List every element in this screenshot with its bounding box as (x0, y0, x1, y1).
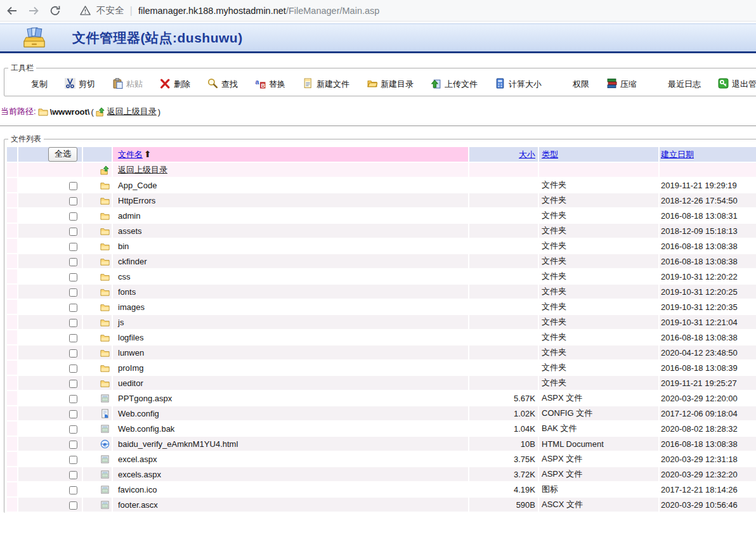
row-checkbox[interactable] (69, 334, 77, 342)
folder-icon-cell (83, 224, 112, 238)
row-checkbox[interactable] (69, 486, 77, 494)
row-checkbox[interactable] (69, 197, 77, 205)
parent-directory-link[interactable]: 返回上级目录 (107, 106, 157, 117)
table-row: baidu_verify_eAmknM1YU4.html 10B HTML Do… (7, 437, 756, 451)
toolbar-button-exit[interactable]: 退出管理 (718, 78, 756, 91)
parent-directory-row-link[interactable]: 返回上级目录 (118, 165, 167, 174)
folder-icon-cell (83, 285, 112, 299)
toolbar-button-recent-log[interactable]: 最近日志 (654, 78, 701, 91)
sort-by-name-link[interactable]: 文件名 (118, 150, 143, 159)
row-checkbox[interactable] (69, 380, 77, 388)
row-checkbox[interactable] (69, 365, 77, 373)
sort-by-size-link[interactable]: 大小 (519, 150, 535, 159)
back-icon[interactable] (6, 5, 18, 16)
select-all-button[interactable]: 全选 (48, 147, 77, 162)
row-checkbox[interactable] (69, 471, 77, 479)
row-name-cell: assets (113, 224, 468, 238)
table-row: footer.ascx 590B ASCX 文件 2020-03-29 10:5… (7, 498, 756, 512)
row-name-cell: 返回上级目录 (113, 163, 468, 177)
file-name-link[interactable]: baidu_verify_eAmknM1YU4.html (118, 439, 238, 449)
html-doc-icon-cell (83, 437, 112, 451)
file-name-link[interactable]: Web.config.bak (118, 424, 174, 434)
toolbar-button-calc-size[interactable]: 计算大小 (495, 78, 542, 91)
row-checkbox[interactable] (69, 243, 77, 251)
table-row: ueditor 文件夹 2019-11-21 19:25:27 (7, 376, 756, 390)
file-name-link[interactable]: PPTgong.aspx (118, 394, 172, 403)
security-label[interactable]: 不安全 (96, 4, 124, 16)
row-checkbox[interactable] (69, 228, 77, 236)
row-size-cell (469, 254, 538, 268)
row-checkbox[interactable] (69, 304, 77, 312)
toolbar-button-compress[interactable]: 压缩 (606, 78, 637, 91)
toolbar-button-new-folder[interactable]: 新建目录 (367, 78, 414, 91)
row-name-cell: ueditor (113, 376, 468, 390)
file-name-link[interactable]: assets (118, 226, 142, 236)
row-checkbox[interactable] (69, 212, 77, 221)
toolbar-button-new-file[interactable]: 新建文件 (303, 78, 349, 91)
file-name-link[interactable]: logfiles (118, 333, 143, 342)
folder-icon-cell (83, 178, 112, 192)
sort-by-date-link[interactable]: 建立日期 (661, 150, 694, 159)
row-checkbox[interactable] (69, 273, 77, 281)
row-checkbox[interactable] (69, 182, 77, 190)
sort-by-type-link[interactable]: 类型 (542, 150, 558, 159)
file-name-link[interactable]: Web.config (118, 409, 159, 418)
row-name-cell: css (113, 269, 468, 283)
upload-icon (431, 78, 441, 91)
file-name-link[interactable]: excel.aspx (118, 455, 157, 464)
table-row: PPTgong.aspx 5.67K ASPX 文件 2020-03-29 12… (7, 391, 756, 405)
row-date-cell: 2016-08-18 13:08:38 (660, 239, 756, 253)
address-bar[interactable]: 不安全 | filemanager.hk188.myhostadmin.net/… (80, 4, 379, 17)
toolbar-group: 工具栏 复制 剪切 粘贴 删除 查找 替换 新建文件 新建目录 上传文件 计算大… (4, 63, 756, 96)
folder-icon-cell (83, 376, 112, 390)
file-name-link[interactable]: css (118, 272, 131, 281)
file-name-link[interactable]: excels.aspx (118, 470, 161, 479)
toolbar-button-label: 剪切 (79, 79, 95, 90)
row-name-cell: Web.config.bak (113, 422, 468, 436)
file-name-link[interactable]: js (118, 318, 124, 327)
row-spacer-cell (7, 452, 17, 466)
file-name-link[interactable]: ueditor (118, 378, 143, 388)
row-checkbox[interactable] (69, 349, 77, 358)
file-name-link[interactable]: bin (118, 242, 129, 251)
row-spacer-cell (7, 285, 17, 299)
security-warning-icon[interactable] (80, 5, 91, 16)
toolbar-button-upload[interactable]: 上传文件 (431, 78, 478, 91)
toolbar-button-copy[interactable]: 复制 (17, 78, 48, 91)
table-header-row: 全选 文件名⬆ 大小 类型 建立日期 (7, 147, 756, 162)
file-name-link[interactable]: lunwen (118, 348, 144, 358)
row-name-cell: baidu_verify_eAmknM1YU4.html (113, 437, 468, 451)
reload-icon[interactable] (49, 5, 61, 16)
row-checkbox[interactable] (69, 501, 77, 510)
file-name-link[interactable]: ckfinder (118, 257, 147, 266)
row-checkbox[interactable] (69, 425, 77, 434)
file-name-link[interactable]: favicon.ico (118, 485, 157, 494)
file-name-link[interactable]: HttpErrors (118, 196, 155, 205)
toolbar-button-permission[interactable]: 权限 (559, 78, 589, 91)
row-checkbox[interactable] (69, 410, 77, 418)
toolbar-button-cut[interactable]: 剪切 (65, 78, 95, 91)
toolbar-button-find[interactable]: 查找 (207, 78, 238, 91)
file-name-link[interactable]: App_Code (118, 181, 157, 190)
toolbar-button-replace[interactable]: 替换 (255, 78, 285, 91)
file-name-link[interactable]: fonts (118, 287, 136, 297)
file-name-link[interactable]: proImg (118, 363, 143, 373)
row-checkbox-cell (18, 315, 82, 329)
toolbar-button-paste[interactable]: 粘贴 (112, 78, 143, 91)
toolbar-button-delete[interactable]: 删除 (160, 78, 190, 91)
row-checkbox[interactable] (69, 395, 77, 403)
row-spacer-cell (7, 224, 17, 238)
row-type-cell (539, 163, 658, 177)
row-checkbox[interactable] (69, 258, 77, 266)
folder-icon-cell (83, 315, 112, 329)
file-name-link[interactable]: footer.ascx (118, 500, 158, 510)
row-spacer-cell (7, 422, 17, 436)
row-checkbox[interactable] (69, 319, 77, 327)
file-name-link[interactable]: admin (118, 211, 140, 221)
row-checkbox[interactable] (69, 288, 77, 297)
row-checkbox[interactable] (69, 441, 77, 449)
file-name-link[interactable]: images (118, 302, 145, 312)
forward-icon[interactable] (28, 5, 39, 16)
url-text[interactable]: filemanager.hk188.myhostadmin.net/FileMa… (138, 6, 379, 16)
row-checkbox[interactable] (69, 456, 77, 464)
